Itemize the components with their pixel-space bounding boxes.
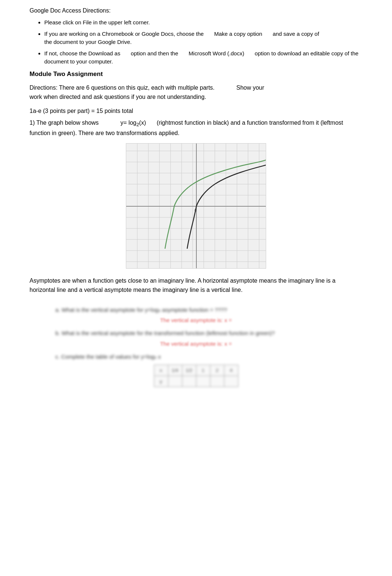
- graph-box: 0: [126, 143, 266, 269]
- blurred-section: a. What is the vertical asymptote for y=…: [52, 302, 340, 391]
- blurred-question-c: c. Complete the table of values for y=lo…: [55, 353, 337, 361]
- instruction-item-1: Please click on File in the upper left c…: [44, 18, 362, 27]
- blurred-question-a: a. What is the vertical asymptote for y=…: [55, 306, 337, 314]
- table-cell: 2: [210, 365, 224, 376]
- blurred-table: x 1/4 1/2 1 2 4 y: [154, 365, 238, 387]
- table-cell: [196, 376, 210, 387]
- table-cell: 4: [224, 365, 238, 376]
- bottom-space: [30, 394, 362, 468]
- directions-text: Directions: There are 6 questions on thi…: [30, 83, 362, 102]
- table-cell: 1/2: [182, 365, 196, 376]
- table-cell: [224, 376, 238, 387]
- table-row: y: [154, 376, 238, 387]
- blurred-table-container: x 1/4 1/2 1 2 4 y: [55, 365, 337, 387]
- instruction-item-3: If not, choose the Download as option an…: [44, 49, 362, 66]
- instructions-list: Please click on File in the upper left c…: [44, 18, 362, 66]
- page-title: Google Doc Access Directions:: [30, 7, 362, 14]
- graph-container: 0: [30, 143, 362, 269]
- blurred-answer-b: The vertical asymptote is: x =: [55, 341, 337, 347]
- blurred-question-b: b. What is the vertical asymptote for th…: [55, 329, 337, 338]
- table-cell: [182, 376, 196, 387]
- table-row: x 1/4 1/2 1 2 4: [154, 365, 238, 376]
- question-1-text: 1) The graph below shows y= log2(x) (rig…: [30, 118, 362, 138]
- points-info: 1a-e (3 points per part) = 15 points tot…: [30, 108, 362, 114]
- instruction-item-2: If you are working on a Chromebook or Go…: [44, 30, 362, 46]
- table-cell: [168, 376, 182, 387]
- blurred-answer-a: The vertical asymptote is: x =: [55, 317, 337, 323]
- table-cell: x: [154, 365, 168, 376]
- module-title: Module Two Assignment: [30, 70, 362, 78]
- table-cell: y: [154, 376, 168, 387]
- asymptotes-text: Asymptotes are when a function gets clos…: [30, 276, 362, 295]
- table-cell: 1: [196, 365, 210, 376]
- table-cell: [210, 376, 224, 387]
- table-cell: 1/4: [168, 365, 182, 376]
- graph-svg: 0: [126, 144, 266, 269]
